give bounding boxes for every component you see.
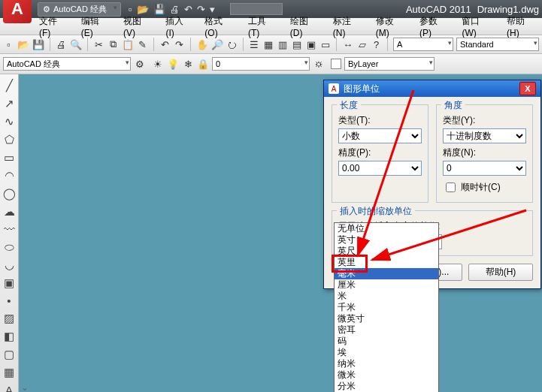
mtext-icon[interactable]: A <box>5 384 13 392</box>
length-prec-select[interactable]: 0.00 <box>338 161 422 176</box>
dropdown-option[interactable]: 毫米 <box>335 268 438 279</box>
menu-dim[interactable]: 标注(N) <box>327 14 368 40</box>
spline-icon[interactable]: 〰 <box>4 223 15 236</box>
orbit-icon[interactable]: ⭮ <box>226 38 238 50</box>
workspace-combo[interactable]: ⚙ AutoCAD 经典 <box>38 2 121 17</box>
workspace-combo2[interactable] <box>3 57 131 71</box>
preview-icon[interactable]: 🔍 <box>70 38 82 50</box>
undo-icon[interactable]: ↶ <box>159 38 171 50</box>
zoom-icon[interactable]: 🔎 <box>211 38 223 50</box>
new-icon[interactable]: ▫ <box>129 4 132 15</box>
dropdown-option[interactable]: 分米 <box>335 381 438 392</box>
ssm-icon[interactable]: ▤ <box>291 38 302 50</box>
length-type-select[interactable]: 小数 <box>338 128 422 143</box>
rect-icon[interactable]: ▭ <box>4 151 14 164</box>
ellipsearc-icon[interactable]: ◡ <box>5 258 14 272</box>
dropdown-option[interactable]: 埃 <box>335 347 438 358</box>
new-icon[interactable]: ▫ <box>3 38 14 50</box>
color-swatch-white[interactable] <box>331 59 341 69</box>
close-button[interactable]: X <box>519 82 536 95</box>
layer-combo[interactable] <box>212 57 310 71</box>
copy-icon[interactable]: ⧉ <box>107 38 119 50</box>
point-icon[interactable]: • <box>7 294 11 307</box>
collapse-chevron-icon[interactable]: ⌄ <box>21 382 29 392</box>
region-icon[interactable]: ▢ <box>4 348 14 361</box>
menu-draw[interactable]: 绘图(D) <box>284 14 326 40</box>
menu-format[interactable]: 格式(O) <box>198 14 241 40</box>
clockwise-checkbox-row[interactable]: 顺时针(C) <box>443 180 526 194</box>
save-icon[interactable]: 💾 <box>153 4 165 15</box>
dcenter-icon[interactable]: ▦ <box>262 38 274 50</box>
gradient-icon[interactable]: ◧ <box>4 330 14 343</box>
dialog-titlebar[interactable]: A 图形单位 X <box>324 80 540 97</box>
help-icon[interactable]: ? <box>371 38 382 50</box>
dropdown-option[interactable]: 千米 <box>335 302 438 313</box>
dropdown-option[interactable]: 无单位 <box>335 223 438 234</box>
dropdown-option[interactable]: 英尺 <box>335 246 438 257</box>
menu-insert[interactable]: 插入(I) <box>159 14 197 40</box>
redo-icon[interactable]: ↷ <box>174 38 185 50</box>
layer-manager-icon[interactable]: ☀ <box>152 58 164 70</box>
dropdown-option[interactable]: 米 <box>335 291 438 302</box>
dist-icon[interactable]: ↔ <box>342 38 353 50</box>
clockwise-checkbox[interactable] <box>446 182 456 192</box>
angle-prec-select[interactable]: 0 <box>443 161 526 176</box>
ellipse-icon[interactable]: ⬭ <box>5 240 14 254</box>
menu-tools[interactable]: 工具(T) <box>242 14 283 40</box>
ws-gear-icon[interactable]: ⚙ <box>134 58 146 70</box>
dropdown-option[interactable]: 纳米 <box>335 358 438 369</box>
menu-window[interactable]: 窗口(W) <box>456 14 499 40</box>
menu-param[interactable]: 参数(P) <box>413 14 454 40</box>
save-icon[interactable]: 💾 <box>32 38 44 50</box>
undo-icon[interactable]: ↶ <box>184 4 192 15</box>
dropdown-option[interactable]: 英里 <box>335 257 438 268</box>
menu-view[interactable]: 视图(V) <box>117 14 158 40</box>
print-icon[interactable]: 🖨 <box>56 38 67 50</box>
dropdown-option[interactable]: 微米 <box>335 369 438 381</box>
textstyle-combo[interactable] <box>456 38 539 51</box>
area-icon[interactable]: ▱ <box>356 38 368 50</box>
dropdown-option[interactable]: 英寸 <box>335 234 438 246</box>
menu-edit[interactable]: 编辑(E) <box>75 14 116 40</box>
match-icon[interactable]: ✎ <box>137 38 148 50</box>
redo-icon[interactable]: ↷ <box>197 4 205 15</box>
layer-freeze-icon[interactable]: ❄ <box>182 58 194 70</box>
open-icon[interactable]: 📂 <box>137 4 149 15</box>
line-icon[interactable]: ╱ <box>6 79 13 92</box>
calc-icon[interactable]: ▭ <box>319 38 331 50</box>
pline-icon[interactable]: ∿ <box>5 115 14 128</box>
polygon-icon[interactable]: ⬠ <box>5 133 14 146</box>
markup-icon[interactable]: ▣ <box>305 38 316 50</box>
dropdown-option[interactable]: 厘米 <box>335 279 438 291</box>
dropdown-option[interactable]: 微英寸 <box>335 313 438 324</box>
open-icon[interactable]: 📂 <box>17 38 29 50</box>
table-icon[interactable]: ▦ <box>4 366 14 379</box>
annoscale-combo[interactable] <box>393 38 453 51</box>
paste-icon[interactable]: 📋 <box>122 38 134 50</box>
ray-icon[interactable]: ↗ <box>5 97 14 110</box>
menu-help[interactable]: 帮助(H) <box>501 14 542 40</box>
cut-icon[interactable]: ✂ <box>93 38 104 50</box>
arc-icon[interactable]: ◠ <box>5 169 14 182</box>
color-combo[interactable] <box>344 57 435 71</box>
menu-file[interactable]: 文件(F) <box>33 14 74 40</box>
layer-lock-icon[interactable]: 🔒 <box>197 58 209 70</box>
angle-type-select[interactable]: 十进制度数 <box>443 128 526 143</box>
block-icon[interactable]: ▣ <box>4 276 14 290</box>
layer-on-icon[interactable]: 💡 <box>167 58 179 70</box>
dropdown-option[interactable]: 码 <box>335 336 438 347</box>
scale-unit-dropdown[interactable]: 无单位英寸英尺英里毫米厘米米千米微英寸密耳码埃纳米微米分米十米百米百万公里天文单… <box>334 222 439 392</box>
pan-icon[interactable]: ✋ <box>196 38 208 50</box>
props-icon[interactable]: ☰ <box>248 38 259 50</box>
tpalettes-icon[interactable]: ▥ <box>277 38 288 50</box>
qat-dropdown-icon[interactable]: ▾ <box>210 4 215 15</box>
circle-icon[interactable]: ◯ <box>3 187 16 201</box>
dropdown-option[interactable]: 密耳 <box>335 324 438 336</box>
app-logo[interactable]: A <box>3 0 32 23</box>
revcloud-icon[interactable]: ☁ <box>4 205 15 219</box>
hatch-icon[interactable]: ▨ <box>4 312 14 325</box>
saveas-icon[interactable]: 🖨 <box>170 4 180 15</box>
menu-modify[interactable]: 修改(M) <box>370 14 412 40</box>
help-button[interactable]: 帮助(H) <box>468 264 533 281</box>
layerstate-icon[interactable]: ⛭ <box>313 58 325 70</box>
